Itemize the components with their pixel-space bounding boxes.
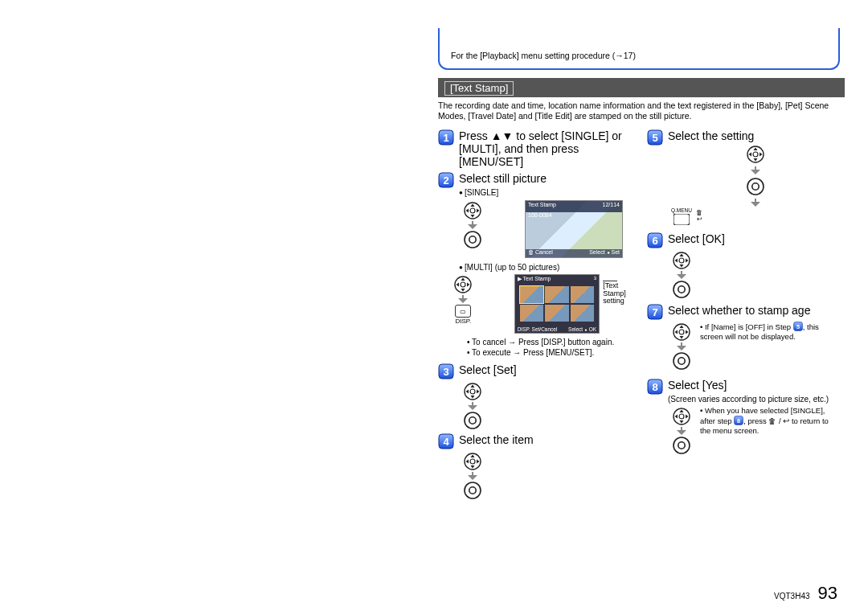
step-badge-7-icon: 7 [647, 304, 663, 320]
step-4-text: Select the item [459, 433, 534, 446]
step-5: 5 Select the setting [647, 129, 840, 146]
nav-multi: ▭ DISP. [454, 276, 473, 325]
step-7-text: Select whether to stamp age [668, 303, 810, 317]
step-7-row: If [Name] is [OFF] in Step 5, this scree… [668, 320, 840, 373]
svg-text:5: 5 [652, 132, 657, 144]
down-arrow-icon [750, 166, 761, 174]
nav-single [462, 202, 483, 248]
step-2: 2 Select still picture [438, 171, 631, 188]
step-8-text: Select [Yes] [668, 378, 727, 392]
step-7-note: If [Name] is [OFF] in Step 5, this scree… [700, 322, 840, 342]
step-2-text: Select still picture [459, 171, 547, 185]
set-button-icon [673, 437, 690, 454]
down-arrow-icon [750, 199, 761, 207]
dpad-icon [464, 202, 481, 219]
step-2-cancel-note: To cancel → Press [DISP.] button again. [467, 338, 631, 348]
nav-step8 [671, 408, 692, 454]
thumb-single-folder: 100-0084 [528, 212, 552, 218]
dpad-icon [673, 408, 690, 425]
multi-callout: [Text Stamp] setting [603, 281, 631, 305]
nav-step4 [462, 453, 483, 499]
dpad-icon [673, 252, 690, 269]
step-badge-5-icon: 5 [647, 129, 663, 146]
down-arrow-icon [457, 295, 469, 303]
ref-badge-8-icon: 8 [734, 416, 743, 425]
step-2-multi-label: [MULTI] (up to 50 pictures) [459, 263, 631, 273]
svg-text:4: 4 [443, 436, 449, 448]
step-badge-6-icon: 6 [647, 232, 663, 248]
step-4: 4 Select the item [438, 433, 631, 449]
set-button-icon [464, 482, 481, 499]
set-button-icon [464, 231, 481, 248]
section-intro: The recording date and time, location na… [438, 100, 840, 121]
step-6: 6 Select [OK] [647, 232, 840, 248]
step-badge-3-icon: 3 [438, 363, 454, 379]
step-1-text: Press ▲▼ to select [SINGLE] or [MULTI], … [459, 129, 631, 168]
left-column: 1 Press ▲▼ to select [SINGLE] or [MULTI]… [438, 125, 631, 502]
ref-badge-5-icon: 5 [793, 322, 803, 331]
svg-text:7: 7 [652, 306, 657, 318]
down-arrow-icon [467, 472, 478, 480]
dpad-icon [464, 453, 481, 470]
section-title: [Text Stamp] [444, 81, 514, 96]
thumbnail-multi: ▶ Text Stamp 3 DISP. Set/Cancel Select ⬥… [514, 274, 600, 334]
set-button-icon [747, 178, 764, 195]
disp-label: DISP. [455, 318, 471, 325]
thumb-single-count: 12/114 [603, 202, 620, 211]
down-arrow-icon [676, 342, 687, 351]
svg-text:3: 3 [443, 366, 448, 378]
nav-step5 [671, 146, 840, 208]
svg-text:5: 5 [796, 323, 800, 330]
nav-step6 [671, 252, 692, 298]
dpad-icon [673, 323, 690, 341]
qmenu-row: Q.MENU 🗑 ↩ [671, 208, 840, 225]
step-5-text: Select the setting [668, 129, 754, 142]
svg-text:6: 6 [652, 235, 657, 247]
step-8-note: When you have selected [SINGLE], after s… [700, 406, 840, 436]
step-8-row: When you have selected [SINGLE], after s… [668, 404, 840, 457]
thumb-single-title: Text Stamp [528, 202, 556, 211]
step-8: 8 Select [Yes] [647, 378, 840, 395]
nav-step7 [671, 323, 692, 370]
header-note-box: For the [Playback] menu setting procedur… [438, 28, 840, 70]
step-8-sub: (Screen varies according to picture size… [668, 395, 840, 405]
down-arrow-icon [467, 402, 478, 410]
step-3: 3 Select [Set] [438, 363, 631, 379]
page-number: 93 [818, 583, 837, 604]
step-2-execute-note: To execute → Press [MENU/SET]. [467, 348, 631, 359]
nav-step3 [462, 383, 483, 429]
svg-text:8: 8 [652, 381, 657, 393]
manual-page: For the [Playback] menu setting procedur… [438, 28, 840, 502]
section-title-bar: [Text Stamp] [438, 78, 845, 97]
step-badge-8-icon: 8 [647, 379, 663, 395]
set-button-icon [673, 281, 690, 298]
disp-button-icon: ▭ [455, 305, 471, 318]
step-badge-4-icon: 4 [438, 433, 454, 449]
down-arrow-icon [676, 427, 687, 435]
qmenu-button-icon [674, 214, 690, 225]
step-1: 1 Press ▲▼ to select [SINGLE] or [MULTI]… [438, 129, 631, 168]
step-6-text: Select [OK] [668, 232, 725, 245]
svg-text:8: 8 [737, 417, 740, 424]
step-3-text: Select [Set] [459, 363, 517, 376]
return-icon: ↩ [697, 216, 702, 223]
svg-text:1: 1 [443, 132, 448, 144]
dpad-icon [747, 146, 764, 163]
right-column: 5 Select the setting Q.MENU 🗑 ↩ [647, 125, 840, 502]
step-badge-1-icon: 1 [438, 129, 454, 146]
down-arrow-icon [467, 221, 478, 229]
set-button-icon [673, 352, 690, 370]
header-note-text: For the [Playback] menu setting procedur… [451, 51, 636, 60]
thumbnail-single: Text Stamp 12/114 100-0084 🗑 Cancel Sele… [525, 200, 623, 258]
step-badge-2-icon: 2 [438, 172, 454, 188]
svg-text:2: 2 [443, 174, 448, 187]
step-2-single-label: [SINGLE] [459, 188, 631, 199]
page-footer: VQT3H43 93 [774, 583, 837, 604]
doc-code: VQT3H43 [774, 592, 809, 601]
dpad-icon [464, 383, 481, 400]
down-arrow-icon [676, 271, 687, 279]
dpad-icon [454, 276, 472, 293]
instruction-columns: 1 Press ▲▼ to select [SINGLE] or [MULTI]… [438, 125, 840, 502]
step-7: 7 Select whether to stamp age [647, 303, 840, 320]
set-button-icon [464, 412, 481, 429]
